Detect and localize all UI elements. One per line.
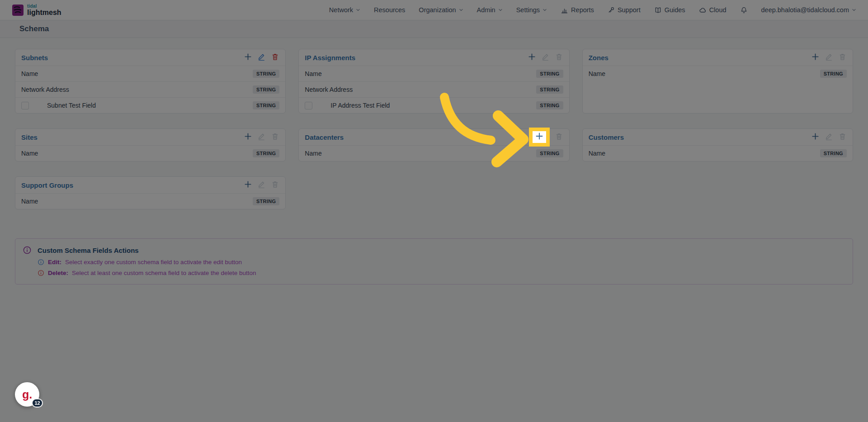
field-row: NameSTRING (583, 66, 853, 81)
card-title: Support Groups (21, 181, 73, 189)
info-panel-title: Custom Schema Fields Actions (38, 247, 139, 254)
top-navbar: tidal lightmesh NetworkResourcesOrganiza… (0, 0, 868, 20)
field-checkbox[interactable] (21, 102, 29, 109)
nav-item-support[interactable]: Support (608, 6, 641, 14)
edit-field-button[interactable] (541, 53, 550, 62)
field-label: Name (21, 70, 38, 77)
guide-widget-badge: 12 (32, 398, 43, 408)
nav-item-admin[interactable]: Admin (477, 6, 503, 14)
chevron-down-icon (852, 8, 856, 12)
delete-field-button[interactable] (555, 133, 563, 142)
key-icon (608, 6, 615, 14)
annotation-highlight (529, 128, 550, 147)
schema-cards-grid: Subnets NameSTRINGNetwork AddressSTRINGS… (15, 49, 853, 209)
main-nav: NetworkResourcesOrganizationAdminSetting… (329, 6, 856, 14)
trash-icon (838, 52, 847, 62)
delete-field-button[interactable] (555, 53, 563, 62)
chevron-down-icon (356, 8, 360, 12)
field-label: Name (305, 150, 321, 157)
nav-item-organization[interactable]: Organization (419, 6, 463, 14)
field-row: NameSTRING (15, 193, 285, 209)
plus-icon (244, 180, 252, 190)
add-field-button[interactable] (528, 53, 536, 62)
trash-icon (555, 132, 563, 142)
plus-icon (528, 52, 536, 62)
field-row: NameSTRING (299, 145, 569, 161)
pencil-icon (257, 180, 266, 190)
trash-icon (838, 132, 847, 142)
user-menu[interactable]: deep.bhalotia@tidalcloud.com (761, 6, 856, 14)
pencil-icon (825, 132, 833, 142)
nav-item-resources[interactable]: Resources (374, 6, 405, 14)
nav-item-network[interactable]: Network (329, 6, 360, 14)
plus-icon (244, 132, 252, 142)
chevron-down-icon (459, 8, 463, 12)
nav-item-reports[interactable]: Reports (561, 6, 594, 14)
field-row: NameSTRING (15, 145, 285, 161)
delete-field-button[interactable] (271, 53, 279, 62)
card-subnets: Subnets NameSTRINGNetwork AddressSTRINGS… (15, 49, 286, 114)
edit-field-button[interactable] (257, 53, 266, 62)
add-field-button[interactable] (533, 131, 546, 143)
delete-field-button[interactable] (838, 133, 847, 142)
info-note-delete-: Delete:Select at least one custom schema… (38, 270, 845, 276)
field-type-badge: STRING (820, 149, 847, 157)
trash-icon (271, 52, 279, 62)
brand-name-top: tidal (27, 4, 61, 9)
field-row: NameSTRING (583, 145, 853, 161)
field-label: Name (305, 70, 321, 77)
info-circle-icon (38, 259, 44, 266)
chevron-down-icon (542, 8, 547, 12)
user-email: deep.bhalotia@tidalcloud.com (761, 6, 849, 14)
field-row: Network AddressSTRING (15, 81, 285, 97)
schema-content: Subnets NameSTRINGNetwork AddressSTRINGS… (0, 38, 868, 295)
trash-icon (271, 180, 279, 190)
field-type-badge: STRING (536, 101, 563, 109)
field-type-badge: STRING (536, 149, 563, 157)
card-support-groups: Support Groups NameSTRING (15, 176, 286, 209)
info-note-edit-: Edit:Select exactly one custom schema fi… (38, 259, 845, 266)
add-field-button[interactable] (244, 53, 252, 62)
delete-field-button[interactable] (838, 53, 847, 62)
plus-icon (244, 52, 252, 62)
brand-logo[interactable]: tidal lightmesh (12, 4, 61, 16)
field-label: Subnet Test Field (47, 102, 96, 109)
field-type-badge: STRING (820, 70, 847, 78)
card-sites: Sites NameSTRING (15, 128, 286, 161)
field-checkbox[interactable] (305, 102, 312, 109)
chevron-down-icon (498, 8, 503, 12)
field-row: NameSTRING (15, 66, 285, 81)
edit-field-button[interactable] (257, 181, 266, 190)
edit-field-button[interactable] (825, 53, 833, 62)
field-label: Name (21, 198, 38, 205)
notifications-bell-button[interactable] (740, 6, 748, 14)
guide-widget-logo: g. (22, 388, 32, 401)
brand-name-bottom: lightmesh (27, 9, 61, 16)
info-notes: Edit:Select exactly one custom schema fi… (38, 259, 845, 276)
nav-item-guides[interactable]: Guides (654, 6, 685, 14)
delete-field-button[interactable] (271, 181, 279, 190)
guide-widget-button[interactable]: g. 12 (15, 382, 39, 407)
field-row: Network AddressSTRING (299, 81, 569, 97)
pencil-icon (825, 52, 833, 62)
nav-item-cloud[interactable]: Cloud (699, 6, 726, 14)
edit-field-button[interactable] (257, 133, 266, 142)
add-field-button[interactable] (811, 133, 820, 142)
field-label: Network Address (305, 86, 353, 93)
page-title: Schema (19, 24, 49, 33)
add-field-button[interactable] (244, 181, 252, 190)
plus-icon (811, 52, 820, 62)
page-titlebar: Schema (0, 20, 868, 38)
add-field-button[interactable] (811, 53, 820, 62)
field-type-badge: STRING (253, 85, 279, 94)
book-icon (654, 6, 662, 14)
field-label: Name (21, 150, 38, 157)
card-customers: Customers NameSTRING (582, 128, 853, 161)
pencil-icon (541, 52, 550, 62)
field-label: Name (589, 70, 605, 77)
edit-field-button[interactable] (825, 133, 833, 142)
nav-item-settings[interactable]: Settings (516, 6, 547, 14)
add-field-button[interactable] (244, 133, 252, 142)
delete-field-button[interactable] (271, 133, 279, 142)
card-zones: Zones NameSTRING (582, 49, 853, 114)
